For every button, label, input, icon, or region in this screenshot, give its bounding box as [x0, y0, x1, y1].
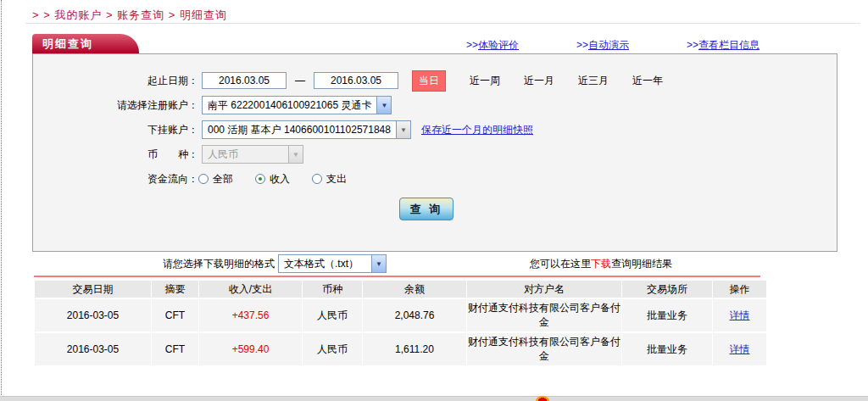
cell-venue: 批量业务	[622, 299, 712, 331]
download-format-select[interactable]: 文本格式（.txt） ▼	[278, 254, 387, 273]
detail-link[interactable]: 详情	[730, 343, 750, 355]
breadcrumb: > > 我的账户 > 账务查询 > 明细查询	[32, 8, 227, 23]
flow-direction-row: 资金流向： 全部 收入 支出	[33, 169, 837, 189]
transactions-table: 交易日期 摘要 收入/支出 币种 余额 对方户名 交易场所 操作 2016-03…	[34, 279, 767, 367]
download-row: 请您选择下载明细的格式 文本格式（.txt） ▼ 您可以在这里下载查询明细结果 …	[0, 254, 868, 275]
quick-range-month[interactable]: 近一月	[524, 74, 554, 88]
table-header-row: 交易日期 摘要 收入/支出 币种 余额 对方户名 交易场所 操作	[35, 281, 766, 298]
link-view-column-info[interactable]: >>查看栏目信息	[687, 38, 760, 53]
col-header-counterparty: 对方户名	[467, 281, 621, 298]
radio-circle-icon	[255, 174, 265, 184]
quick-range-year[interactable]: 近一年	[632, 74, 663, 88]
flow-radio-all-label: 全部	[213, 172, 233, 187]
link-label: 自动演示	[588, 39, 629, 51]
sub-account-value: 000 活期 基本户 1406600101102571848	[203, 123, 396, 137]
cell-counterparty: 财付通支付科技有限公司客户备付金	[467, 299, 621, 331]
footer-logo-flame-icon	[536, 396, 549, 401]
query-form-panel: 起止日期： — 当日 近一周 近一月 近三月 近一年 请选择注册账户： 南平 6…	[32, 53, 837, 252]
cell-balance: 2,048.76	[363, 299, 466, 331]
cell-date: 2016-03-05	[35, 299, 151, 331]
register-account-value: 南平 6222001406100921065 灵通卡	[203, 98, 376, 113]
cell-currency: 人民币	[303, 299, 362, 331]
sub-account-label: 下挂账户：	[33, 123, 198, 137]
chevron-down-icon: ▼	[288, 146, 303, 163]
table-top-divider	[34, 276, 760, 277]
col-header-currency: 币种	[303, 281, 362, 298]
date-range-label: 起止日期：	[33, 74, 198, 88]
detail-link[interactable]: 详情	[730, 309, 750, 321]
date-separator: —	[295, 75, 305, 86]
date-to-input[interactable]	[314, 72, 398, 89]
register-account-label: 请选择注册账户：	[33, 98, 198, 113]
link-prefix: >>	[466, 39, 478, 51]
quick-range-week[interactable]: 近一周	[470, 74, 500, 88]
chevron-down-icon[interactable]: ▼	[371, 255, 386, 272]
sub-account-row: 下挂账户： 000 活期 基本户 1406600101102571848 ▼ 保…	[33, 120, 837, 140]
link-label: 体验评价	[478, 39, 519, 51]
currency-row: 币 种： 人民币 ▼	[33, 144, 837, 164]
quick-range-today-button[interactable]: 当日	[412, 70, 446, 92]
link-auto-demo[interactable]: >>自动演示	[576, 38, 629, 53]
flow-radio-group: 全部 收入 支出	[198, 172, 369, 187]
flow-radio-expense[interactable]: 支出	[312, 172, 347, 187]
cell-counterparty: 财付通支付科技有限公司客户备付金	[467, 333, 621, 365]
flow-direction-label: 资金流向：	[33, 172, 198, 187]
breadcrumb-divider	[25, 23, 860, 24]
download-hint-suffix: 查询明细结果	[611, 258, 672, 270]
download-format-value: 文本格式（.txt）	[279, 257, 364, 271]
download-hint-link[interactable]: 下载	[591, 258, 611, 270]
col-header-amount: 收入/支出	[199, 281, 302, 298]
save-snapshot-link[interactable]: 保存近一个月的明细快照	[421, 123, 533, 137]
col-header-action: 操作	[713, 281, 766, 298]
cell-summary: CFT	[152, 333, 198, 365]
currency-select: 人民币 ▼	[202, 145, 303, 164]
flow-radio-income[interactable]: 收入	[255, 172, 290, 187]
chevron-down-icon[interactable]: ▼	[376, 97, 391, 114]
cell-currency: 人民币	[303, 333, 362, 365]
query-button[interactable]: 查 询	[399, 198, 453, 220]
register-account-row: 请选择注册账户： 南平 6222001406100921065 灵通卡 ▼	[33, 95, 837, 115]
tab-detail-query[interactable]: 明细查询	[32, 34, 139, 53]
flow-radio-expense-label: 支出	[326, 172, 347, 187]
download-format-group: 请您选择下载明细的格式 文本格式（.txt） ▼	[163, 254, 387, 273]
table-row: 2016-03-05 CFT +599.40 人民币 1,611.20 财付通支…	[35, 333, 766, 365]
cell-amount: +599.40	[199, 333, 302, 365]
cell-date: 2016-03-05	[35, 333, 151, 365]
quick-range-quarter[interactable]: 近三月	[578, 74, 609, 88]
footer-bar	[0, 396, 868, 401]
link-prefix: >>	[687, 39, 698, 51]
col-header-balance: 余额	[363, 281, 466, 298]
cell-venue: 批量业务	[622, 333, 712, 365]
date-range-row: 起止日期： — 当日 近一周 近一月 近三月 近一年	[33, 70, 837, 91]
link-label: 查看栏目信息	[698, 39, 760, 51]
page: > > 我的账户 > 账务查询 > 明细查询 明细查询 >>体验评价 >>自动演…	[0, 0, 868, 401]
col-header-venue: 交易场所	[622, 281, 712, 298]
register-account-select[interactable]: 南平 6222001406100921065 灵通卡 ▼	[202, 96, 392, 114]
tab-title: 明细查询	[42, 36, 93, 52]
sub-account-select[interactable]: 000 活期 基本户 1406600101102571848 ▼	[202, 120, 411, 139]
download-hint: 您可以在这里下载查询明细结果 下载	[530, 257, 672, 271]
col-header-date: 交易日期	[35, 281, 151, 298]
download-format-label: 请您选择下载明细的格式	[163, 257, 275, 271]
table-row: 2016-03-05 CFT +437.56 人民币 2,048.76 财付通支…	[35, 299, 766, 331]
download-hint-prefix: 您可以在这里	[530, 258, 591, 270]
cell-balance: 1,611.20	[363, 333, 466, 365]
link-prefix: >>	[576, 39, 588, 51]
col-header-summary: 摘要	[152, 281, 198, 298]
link-experience-review[interactable]: >>体验评价	[466, 38, 519, 53]
flow-radio-income-label: 收入	[270, 172, 290, 187]
radio-circle-icon	[312, 174, 322, 184]
cell-amount: +437.56	[199, 299, 302, 331]
currency-value: 人民币	[203, 148, 243, 162]
header-links: >>体验评价 >>自动演示 >>查看栏目信息	[466, 38, 760, 53]
page-left-dotted-border	[1, 0, 2, 395]
currency-label: 币 种：	[33, 148, 198, 162]
chevron-down-icon[interactable]: ▼	[396, 121, 410, 138]
radio-circle-icon	[198, 174, 209, 184]
date-from-input[interactable]	[202, 72, 287, 89]
flow-radio-all[interactable]: 全部	[198, 172, 233, 187]
cell-summary: CFT	[152, 299, 198, 331]
